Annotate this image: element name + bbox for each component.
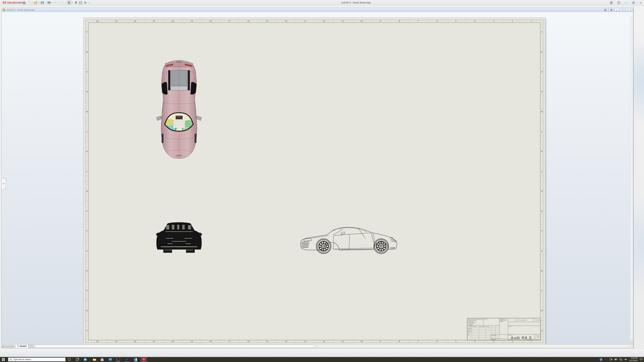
volume-muted-icon[interactable]	[624, 358, 628, 361]
pen-battery-icon[interactable]	[614, 359, 617, 361]
tolerance-line: TOLERANCES:	[468, 323, 483, 325]
tolerance-line: LINEAR:	[468, 325, 483, 326]
home-icon[interactable]	[22, 1, 26, 5]
account-icon[interactable]	[610, 1, 613, 4]
minimize-button[interactable]: —	[624, 1, 628, 4]
word-icon[interactable]	[132, 357, 139, 362]
collapse-right-pane-icon[interactable]	[608, 8, 614, 11]
collapse-left-pane-icon[interactable]	[603, 8, 608, 11]
document-title: Audi R8 S - Sheet1 [Read-only]	[6, 9, 34, 11]
quick-access-toolbar: ▼ ▼ ▼ ▼ ↶ ▼ ↷ ▼ ▼ ⚙ ▼	[22, 0, 90, 5]
drawing-view-side[interactable]	[299, 223, 400, 254]
add-sheet-icon[interactable]	[28, 345, 34, 348]
scroll-up-icon[interactable]: ⌃	[631, 16, 632, 18]
print-dropdown-icon[interactable]: ▼	[52, 2, 53, 3]
tray-help-icon[interactable]: ?	[600, 358, 602, 361]
do-not-scale-label: DO NOT SCALE DRAWING	[514, 320, 527, 321]
zone-number: 1	[522, 20, 541, 22]
zone-number: 16	[239, 340, 258, 343]
options-dropdown-icon[interactable]: ▼	[88, 2, 90, 3]
redo-dropdown-icon: ▼	[65, 2, 66, 3]
command-prompt-icon[interactable]	[115, 357, 122, 362]
windows-taskbar: Type here to search SW 2021 ?	[0, 357, 644, 362]
zone-number: 15	[258, 20, 277, 22]
menu-flyout-icon[interactable]: ▶	[19, 1, 20, 3]
zone-letter: G	[541, 201, 543, 221]
restore-button[interactable]	[632, 2, 635, 4]
scale-cell: SCALE:1:5	[508, 339, 526, 341]
zone-letter: M	[86, 102, 88, 122]
zone-letter: J	[86, 162, 88, 182]
print-icon[interactable]	[47, 1, 51, 5]
zone-number: 22	[126, 20, 145, 22]
material-label: MATERIAL:	[491, 335, 497, 336]
zone-number: 4	[466, 20, 484, 22]
task-pane-strip[interactable]	[634, 5, 644, 349]
zone-letter: N	[86, 82, 88, 102]
next-sheet-icon[interactable]: ▶	[8, 345, 11, 348]
zone-number: 11	[334, 20, 352, 22]
network-icon[interactable]	[619, 358, 622, 361]
zone-number: 24	[88, 340, 107, 343]
properties-icon[interactable]	[78, 1, 83, 5]
task-view-icon[interactable]	[74, 357, 81, 362]
scroll-left-icon[interactable]: ❮	[316, 345, 317, 347]
action-center-icon[interactable]	[640, 358, 643, 361]
close-button[interactable]: ✕	[639, 1, 643, 4]
taskbar-clock[interactable]: 4:03 PM 2/17/2021	[630, 357, 638, 362]
new-document-icon[interactable]	[27, 1, 31, 5]
solidworks-taskbar-icon[interactable]: SW 2021	[140, 357, 147, 362]
tolerance-line: SURFACE FINISH:	[468, 322, 483, 323]
first-sheet-icon[interactable]: ◀◀	[2, 345, 5, 348]
taskbar-search-input[interactable]: Type here to search	[8, 358, 66, 362]
scale-label: SCALE:1:5	[508, 340, 513, 341]
scroll-down-icon[interactable]: ⌄	[631, 338, 632, 340]
mail-icon[interactable]	[107, 357, 114, 362]
drawing-view-front[interactable]	[156, 221, 202, 254]
options-gear-icon[interactable]: ⚙	[83, 1, 88, 5]
zone-number: 21	[145, 340, 164, 343]
drawing-viewport[interactable]: 242322212019181716151413121110987654321 …	[2, 12, 633, 344]
save-dropdown-icon[interactable]: ▼	[45, 2, 46, 3]
zone-letter: E	[86, 241, 88, 261]
windows-logo-icon	[2, 358, 5, 361]
last-sheet-icon[interactable]: ▶▶	[12, 345, 14, 348]
vertical-scrollbar[interactable]: ⌃ ⌄	[630, 16, 633, 340]
open-icon[interactable]	[34, 1, 38, 5]
weight-label: WEIGHT:	[491, 339, 496, 340]
clock-date: 2/17/2021	[630, 360, 638, 362]
edrawings-icon[interactable]	[124, 357, 130, 362]
drawing-sheet[interactable]: 242322212019181716151413121110987654321 …	[84, 18, 545, 345]
cortana-icon[interactable]	[66, 357, 72, 362]
start-button[interactable]	[0, 357, 7, 362]
doc-restore-button[interactable]: ❐	[620, 8, 625, 11]
file-explorer-icon[interactable]	[91, 357, 98, 362]
zone-number: 15	[258, 340, 277, 343]
help-icon[interactable]: ?	[617, 1, 620, 4]
store-icon[interactable]	[99, 357, 106, 362]
open-dropdown-icon[interactable]: ▼	[38, 2, 40, 3]
horizontal-scrollbar[interactable]: ❮	[34, 345, 630, 348]
edge-icon[interactable]	[82, 357, 88, 362]
drawing-view-top[interactable]	[156, 60, 202, 159]
doc-minimize-button[interactable]: ▁	[614, 8, 619, 11]
zone-number: 13	[296, 340, 314, 343]
zone-number: 6	[428, 340, 446, 343]
hidden-icons-chevron[interactable]: ⌃	[604, 359, 607, 361]
horizontal-scrollbar-thumb[interactable]	[35, 345, 314, 348]
collapsed-panel-handle[interactable]	[2, 178, 6, 189]
save-icon[interactable]	[40, 1, 44, 5]
tab-sheet1[interactable]: Sheet1	[16, 345, 28, 348]
select-dropdown-icon[interactable]: ▼	[72, 2, 73, 3]
doc-close-button[interactable]: ✕	[626, 8, 631, 11]
previous-sheet-icon[interactable]: ◀	[5, 345, 8, 348]
select-cursor-icon[interactable]	[67, 1, 71, 5]
zone-number: 7	[409, 340, 428, 343]
meet-now-icon[interactable]	[609, 358, 612, 361]
zone-letter: R	[541, 42, 543, 62]
document-titlebar: Audi R8 S - Sheet1 [Read-only] ▁ ❐ ✕	[2, 8, 633, 12]
new-document-dropdown-icon[interactable]: ▼	[32, 2, 33, 3]
stoplight-icon[interactable]	[74, 1, 78, 5]
zone-number: 10	[352, 20, 371, 22]
zone-numbers-top: 242322212019181716151413121110987654321	[88, 20, 541, 22]
